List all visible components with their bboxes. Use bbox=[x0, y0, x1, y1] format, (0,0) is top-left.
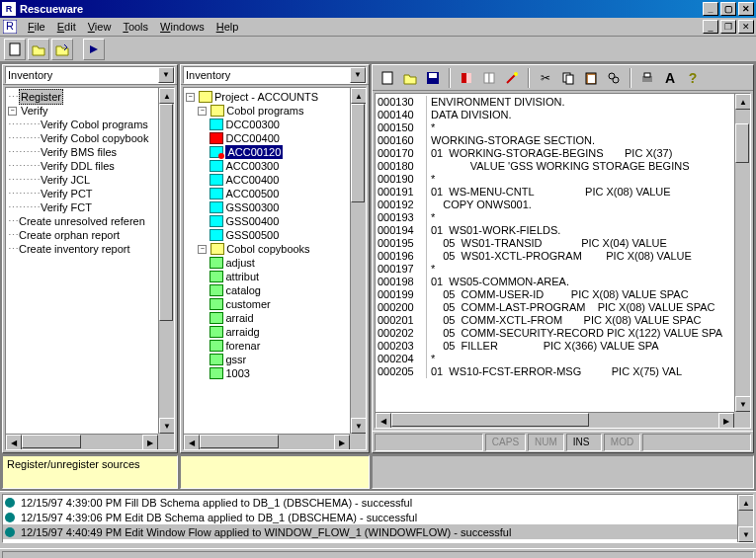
tree-item[interactable]: ACC00300 bbox=[186, 159, 364, 173]
scroll-thumb[interactable] bbox=[351, 104, 365, 202]
scroll-down-button[interactable]: ▼ bbox=[159, 418, 175, 434]
tree-item[interactable]: ACC00500 bbox=[186, 187, 364, 200]
tree-item[interactable]: ⋯⋯⋯ Verify FCT bbox=[8, 200, 172, 214]
save-icon[interactable] bbox=[422, 67, 444, 89]
tree-item[interactable]: −Cobol programs bbox=[186, 104, 364, 118]
new-file-icon[interactable] bbox=[377, 67, 398, 89]
mdi-minimize-button[interactable]: _ bbox=[703, 20, 718, 34]
tree-item[interactable]: ⋯⋯⋯ Verify BMS files bbox=[8, 145, 172, 159]
help-icon[interactable]: ? bbox=[682, 67, 704, 89]
mid-panel-combo[interactable]: Inventory ▼ bbox=[183, 66, 367, 84]
status-dot-icon bbox=[5, 527, 15, 537]
open2-button[interactable] bbox=[51, 39, 73, 60]
left-panel-combo-value: Inventory bbox=[8, 69, 52, 81]
tree-item[interactable]: ⋯ Create unresolved referen bbox=[8, 214, 172, 228]
menu-tools[interactable]: Tools bbox=[117, 19, 154, 35]
menu-edit[interactable]: Edit bbox=[51, 19, 82, 35]
mdi-icon[interactable]: R bbox=[2, 19, 18, 35]
dropdown-arrow-icon[interactable]: ▼ bbox=[158, 67, 174, 83]
scroll-thumb[interactable] bbox=[200, 435, 279, 448]
log-entry[interactable]: 12/15/97 4:40:49 PM Edit Window Flow app… bbox=[3, 524, 753, 539]
tree-item[interactable]: ⋯⋯⋯ Verify Cobol copybook bbox=[8, 131, 172, 145]
print-icon[interactable] bbox=[636, 67, 658, 89]
svg-rect-7 bbox=[466, 73, 471, 83]
log-entry[interactable]: 12/15/97 4:39:00 PM Fill DB Schema appli… bbox=[3, 495, 753, 510]
red-icon bbox=[210, 132, 223, 144]
tree-item[interactable]: arraidg bbox=[186, 325, 364, 339]
open-button[interactable] bbox=[28, 39, 49, 60]
code-line: 000201 05 COMM-XCTL-FROM PIC X(08) VALUE… bbox=[378, 314, 748, 327]
tree-item[interactable]: adjust bbox=[186, 256, 364, 270]
scroll-right-button[interactable]: ▶ bbox=[718, 413, 734, 429]
tree-item[interactable]: forenar bbox=[186, 339, 364, 353]
font-icon[interactable]: A bbox=[659, 67, 681, 89]
tree-item[interactable]: arraid bbox=[186, 311, 364, 325]
tree-item[interactable]: −Cobol copybooks bbox=[186, 242, 364, 256]
scroll-up-button[interactable]: ▲ bbox=[351, 88, 367, 104]
scroll-up-button[interactable]: ▲ bbox=[735, 94, 751, 110]
scroll-up-button[interactable]: ▲ bbox=[738, 495, 754, 511]
close-button[interactable]: ✕ bbox=[738, 2, 754, 16]
paste-icon[interactable] bbox=[580, 67, 602, 89]
tree-item[interactable]: DCC00300 bbox=[186, 118, 364, 131]
find-icon[interactable] bbox=[603, 67, 625, 89]
tree-item[interactable]: ⋯⋯⋯ Verify Cobol programs bbox=[8, 118, 172, 131]
tree-item[interactable]: GSS00300 bbox=[186, 200, 364, 214]
tree-item[interactable]: GSS00500 bbox=[186, 228, 364, 242]
tree-item[interactable]: ⋯ Create orphan report bbox=[8, 228, 172, 242]
tree-item[interactable]: ⋯ Create inventory report bbox=[8, 242, 172, 256]
menu-help[interactable]: Help bbox=[210, 19, 245, 35]
tree-item[interactable]: ACC00400 bbox=[186, 173, 364, 187]
tree-item[interactable]: ⋯⋯⋯ Verify PCT bbox=[8, 187, 172, 200]
tree-item[interactable]: catalog bbox=[186, 283, 364, 297]
dropdown-arrow-icon[interactable]: ▼ bbox=[350, 67, 366, 83]
scroll-down-button[interactable]: ▼ bbox=[738, 526, 754, 542]
code-editor[interactable]: 000130ENVIRONMENT DIVISION.000140DATA DI… bbox=[375, 93, 751, 429]
mid-tree[interactable]: −Project - ACCOUNTS −Cobol programs DCC0… bbox=[183, 87, 367, 450]
scroll-left-button[interactable]: ◀ bbox=[6, 435, 22, 450]
menu-file[interactable]: File bbox=[22, 19, 51, 35]
cut-icon[interactable]: ✂ bbox=[535, 67, 556, 89]
left-tree[interactable]: ⋯ Register−Verify⋯⋯⋯ Verify Cobol progra… bbox=[5, 87, 175, 450]
tree-item[interactable]: ⋯⋯⋯ Verify DDL files bbox=[8, 159, 172, 173]
menu-windows[interactable]: Windows bbox=[154, 19, 210, 35]
tree-item[interactable]: gssr bbox=[186, 353, 364, 366]
scroll-thumb[interactable] bbox=[22, 435, 81, 448]
open-file-icon[interactable] bbox=[399, 67, 421, 89]
scroll-up-button[interactable]: ▲ bbox=[159, 88, 175, 104]
scroll-left-button[interactable]: ◀ bbox=[184, 435, 200, 450]
scroll-right-button[interactable]: ▶ bbox=[142, 435, 158, 450]
tree-item[interactable]: customer bbox=[186, 297, 364, 311]
book-red-icon[interactable] bbox=[456, 67, 477, 89]
log-entry[interactable]: 12/15/97 4:39:06 PM Edit DB Schema appli… bbox=[3, 510, 753, 524]
scroll-thumb[interactable] bbox=[735, 123, 749, 163]
mdi-close-button[interactable]: ✕ bbox=[738, 20, 754, 34]
tree-item[interactable]: −Verify bbox=[8, 104, 172, 118]
tree-item[interactable]: ⋯⋯⋯ Verify JCL bbox=[8, 173, 172, 187]
tree-item[interactable]: ⋯ Register bbox=[8, 90, 172, 104]
tree-item[interactable]: DCC00400 bbox=[186, 131, 364, 145]
mdi-restore-button[interactable]: ❐ bbox=[720, 20, 736, 34]
run-button[interactable] bbox=[83, 39, 105, 60]
scroll-down-button[interactable]: ▼ bbox=[735, 396, 751, 412]
copy-icon[interactable] bbox=[557, 67, 579, 89]
tree-item[interactable]: 1003 bbox=[186, 366, 364, 380]
scroll-thumb[interactable] bbox=[391, 413, 589, 427]
left-panel: Inventory ▼ ⋯ Register−Verify⋯⋯⋯ Verify … bbox=[2, 64, 178, 453]
new-button[interactable] bbox=[4, 39, 26, 60]
tree-item[interactable]: ACC00120 bbox=[186, 145, 364, 159]
tree-item[interactable]: GSS00400 bbox=[186, 214, 364, 228]
menu-view[interactable]: View bbox=[82, 19, 118, 35]
book-icon[interactable] bbox=[478, 67, 500, 89]
scroll-right-button[interactable]: ▶ bbox=[334, 435, 350, 450]
tree-item[interactable]: attribut bbox=[186, 270, 364, 283]
scroll-left-button[interactable]: ◀ bbox=[376, 413, 391, 429]
scroll-thumb[interactable] bbox=[159, 104, 173, 321]
scroll-down-button[interactable]: ▼ bbox=[351, 418, 367, 434]
log-list[interactable]: 12/15/97 4:39:00 PM Fill DB Schema appli… bbox=[2, 494, 754, 543]
maximize-button[interactable]: ▢ bbox=[720, 2, 736, 16]
minimize-button[interactable]: _ bbox=[703, 2, 718, 16]
tool-icon[interactable] bbox=[501, 67, 523, 89]
left-panel-combo[interactable]: Inventory ▼ bbox=[5, 66, 175, 84]
tree-item[interactable]: −Project - ACCOUNTS bbox=[186, 90, 364, 104]
